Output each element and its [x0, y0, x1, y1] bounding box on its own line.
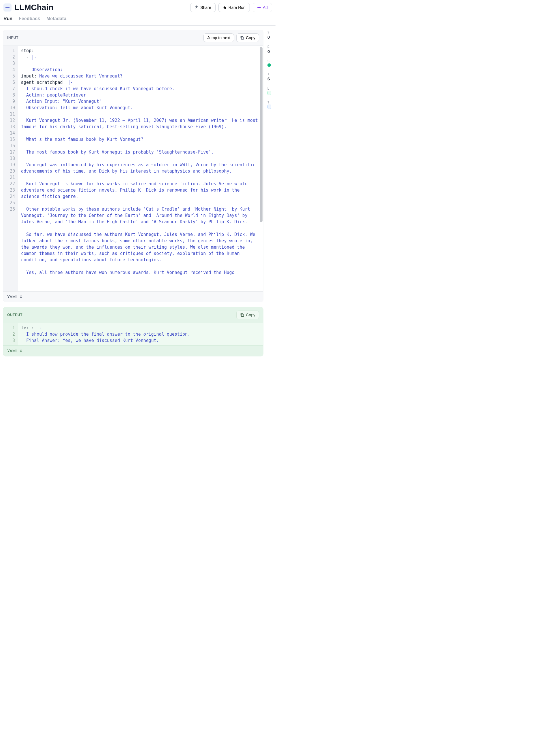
copy-label: Copy: [246, 312, 255, 317]
output-panel-title: OUTPUT: [7, 313, 22, 317]
title-wrap: LLMChain: [3, 3, 53, 12]
side-column: S 0 E 0 S T 6 L T: [267, 30, 272, 361]
side-value: 0: [267, 35, 272, 39]
tab-run[interactable]: Run: [3, 16, 12, 25]
chip-icon: [267, 105, 271, 109]
copy-output-button[interactable]: Copy: [236, 310, 259, 319]
side-label: L: [267, 87, 272, 90]
upload-icon: [194, 5, 198, 10]
output-code: text: |- I should now provide the final …: [18, 323, 263, 345]
copy-input-button[interactable]: Copy: [236, 33, 259, 42]
star-icon: [223, 5, 227, 10]
output-panel-foot: YAML: [3, 345, 263, 356]
input-panel-foot: YAML: [3, 291, 263, 302]
sort-icon[interactable]: [20, 295, 22, 298]
scrollbar-thumb[interactable]: [259, 47, 262, 222]
rate-run-button[interactable]: Rate Run: [218, 3, 250, 12]
chip-icon: [267, 91, 271, 95]
add-label: Ad: [263, 5, 268, 10]
input-gutter: 1234567891011121314151617181920212223242…: [3, 46, 18, 291]
share-label: Share: [200, 5, 211, 10]
side-item: E 0: [267, 45, 272, 54]
side-item: T 6: [267, 73, 272, 81]
output-panel-actions: Copy: [236, 310, 259, 319]
input-code: stop: - |- Observation:input: Have we di…: [18, 46, 263, 291]
main-column: INPUT Jump to next Copy 1234567891011121…: [3, 30, 263, 361]
jump-to-next-button[interactable]: Jump to next: [203, 33, 234, 42]
chain-icon: [3, 3, 12, 12]
format-select[interactable]: YAML: [7, 348, 18, 353]
input-panel-actions: Jump to next Copy: [203, 33, 259, 42]
copy-icon: [240, 313, 244, 317]
format-select[interactable]: YAML: [7, 294, 18, 299]
sort-icon[interactable]: [20, 349, 22, 352]
side-item: L: [267, 87, 272, 95]
rate-label: Rate Run: [228, 5, 245, 10]
side-value: 0: [267, 49, 272, 54]
svg-rect-6: [241, 314, 244, 316]
tab-feedback[interactable]: Feedback: [19, 16, 40, 25]
side-label: S: [267, 31, 272, 34]
output-panel-head: OUTPUT Copy: [3, 307, 263, 323]
svg-rect-5: [241, 37, 244, 39]
input-panel-head: INPUT Jump to next Copy: [3, 30, 263, 46]
side-item: T: [267, 101, 272, 109]
input-editor[interactable]: 1234567891011121314151617181920212223242…: [3, 46, 263, 291]
tabs: Run Feedback Metadata: [0, 12, 276, 26]
side-value: 6: [267, 76, 272, 81]
output-editor[interactable]: 123 text: |- I should now provide the fi…: [3, 323, 263, 345]
scrollbar-track[interactable]: [259, 47, 262, 290]
side-label: E: [267, 45, 272, 48]
copy-label: Copy: [246, 35, 255, 40]
input-panel: INPUT Jump to next Copy 1234567891011121…: [3, 30, 263, 302]
side-item: S 0: [267, 31, 272, 39]
share-button[interactable]: Share: [190, 3, 215, 12]
jump-label: Jump to next: [207, 35, 230, 40]
page-title: LLMChain: [14, 3, 53, 12]
side-label: S: [267, 60, 272, 63]
copy-icon: [240, 36, 244, 40]
side-label: T: [267, 101, 272, 104]
output-gutter: 123: [3, 323, 18, 345]
input-panel-title: INPUT: [7, 36, 18, 40]
header-actions: Share Rate Run Ad: [190, 3, 272, 12]
side-label: T: [267, 73, 272, 76]
status-dot-icon: [267, 63, 271, 67]
side-item: S: [267, 60, 272, 67]
output-panel: OUTPUT Copy 123 text: |- I should now pr…: [3, 307, 263, 356]
tab-metadata[interactable]: Metadata: [46, 16, 66, 25]
content-row: INPUT Jump to next Copy 1234567891011121…: [0, 26, 276, 365]
page-header: LLMChain Share Rate Run Ad: [0, 0, 276, 12]
plus-icon: [257, 5, 261, 10]
add-button[interactable]: Ad: [253, 3, 272, 12]
